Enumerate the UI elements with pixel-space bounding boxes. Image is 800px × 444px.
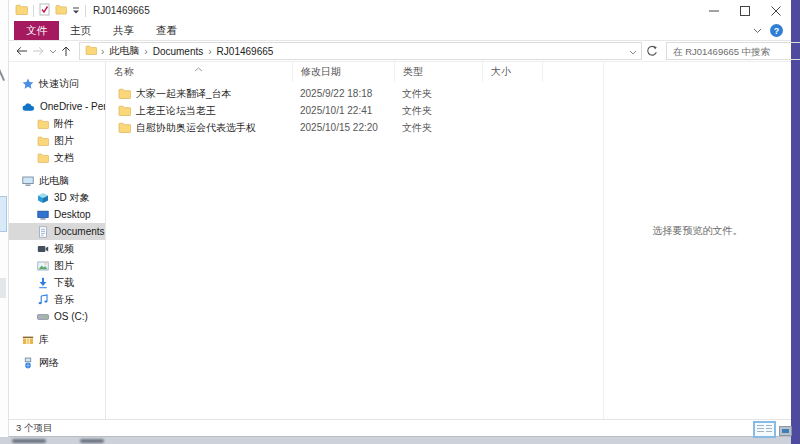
file-type: 文件夹: [395, 121, 483, 135]
list-window-icon: [753, 421, 776, 438]
location-folder-icon: [85, 45, 97, 57]
minimize-button[interactable]: [698, 0, 729, 21]
explorer-app-icon: [15, 4, 28, 17]
back-icon[interactable]: [15, 46, 28, 56]
folder-icon: [37, 136, 49, 146]
file-row[interactable]: 自慰协助奥运会代表选手权 2025/10/15 22:20 文件夹: [106, 119, 603, 136]
navigation-pane: 快速访问 OneDrive - Pers 附件 图片 文档: [9, 62, 106, 419]
separator: [33, 5, 34, 17]
sidebar-item-label: 下载: [54, 276, 74, 290]
folder-icon: [118, 122, 131, 133]
sidebar-item-music[interactable]: 音乐: [9, 291, 105, 308]
file-date: 2025/10/15 22:20: [293, 122, 395, 133]
address-dropdown-icon[interactable]: [629, 46, 637, 57]
sidebar-item-libraries[interactable]: 库: [9, 331, 105, 348]
tab-file[interactable]: 文件: [14, 21, 59, 40]
ribbon-tab-bar: 文件 主页 共享 查看 ?: [9, 21, 791, 41]
breadcrumb-documents[interactable]: Documents: [152, 46, 205, 57]
breadcrumb-separator: ›: [144, 46, 147, 57]
sidebar-item-label: Desktop: [54, 209, 91, 220]
sidebar-item-label: 附件: [54, 117, 74, 131]
sidebar-item-onedrive-documents[interactable]: 文档: [9, 149, 105, 166]
sidebar-item-network[interactable]: 网络: [9, 354, 105, 371]
folder-icon: [118, 88, 131, 99]
sidebar-item-videos[interactable]: 视频: [9, 240, 105, 257]
address-bar-row: › 此电脑 › Documents › RJ01469665: [9, 41, 791, 62]
sidebar-item-onedrive[interactable]: OneDrive - Pers: [9, 98, 105, 115]
background-window-fragment: [0, 196, 7, 232]
column-header-size[interactable]: 大小: [483, 62, 543, 82]
new-folder-icon[interactable]: [55, 4, 67, 17]
sidebar-item-quick-access[interactable]: 快速访问: [9, 75, 105, 92]
background-window-fragment: [0, 278, 6, 298]
ribbon-collapse-icon[interactable]: [753, 25, 762, 36]
network-icon: [22, 357, 34, 369]
sidebar-item-label: OneDrive - Pers: [40, 101, 106, 112]
refresh-icon[interactable]: [646, 45, 658, 57]
breadcrumb-current-folder[interactable]: RJ01469665: [216, 46, 275, 57]
file-row[interactable]: 大家一起来翻译_台本 2025/9/22 18:18 文件夹: [106, 85, 603, 102]
sidebar-item-documents[interactable]: Documents: [9, 223, 105, 240]
image-window-icon: [779, 426, 792, 436]
help-icon[interactable]: ?: [770, 24, 783, 37]
tab-view[interactable]: 查看: [145, 21, 188, 40]
sidebar-item-downloads[interactable]: 下载: [9, 274, 105, 291]
breadcrumb-this-pc[interactable]: 此电脑: [108, 44, 140, 58]
sidebar-item-desktop[interactable]: Desktop: [9, 206, 105, 223]
picture-icon: [37, 260, 49, 272]
items-count: 3 个项目: [16, 422, 52, 435]
folder-icon: [37, 153, 49, 163]
sidebar-item-pictures[interactable]: 图片: [9, 257, 105, 274]
search-input[interactable]: [667, 46, 800, 57]
sort-ascending-icon[interactable]: [194, 63, 203, 74]
close-button[interactable]: [760, 0, 791, 21]
folder-icon: [37, 119, 49, 129]
background-purple-window-edge: [791, 0, 800, 444]
tab-home[interactable]: 主页: [59, 21, 102, 40]
recent-dropdown-icon[interactable]: [49, 49, 57, 54]
background-text-fragment: [12, 439, 46, 443]
sidebar-item-onedrive-pictures[interactable]: 图片: [9, 132, 105, 149]
tab-share[interactable]: 共享: [102, 21, 145, 40]
sidebar-item-label: 音乐: [54, 293, 74, 307]
file-date: 2025/10/1 22:41: [293, 105, 395, 116]
sidebar-item-attachments[interactable]: 附件: [9, 115, 105, 132]
sidebar-item-this-pc[interactable]: 此电脑: [9, 172, 105, 189]
status-bar: 3 个项目: [9, 419, 791, 436]
properties-icon[interactable]: [39, 3, 50, 18]
file-name: 上老王论坛当老王: [136, 104, 216, 118]
folder-icon: [118, 105, 131, 116]
drive-icon: [37, 311, 49, 323]
content-area: 快速访问 OneDrive - Pers 附件 图片 文档: [9, 62, 791, 419]
file-name: 大家一起来翻译_台本: [136, 87, 232, 101]
sidebar-item-label: 图片: [54, 134, 74, 148]
sidebar-item-label: 视频: [54, 242, 74, 256]
background-taskbar-strip: [0, 437, 791, 444]
sidebar-item-label: OS (C:): [54, 311, 88, 322]
sidebar-item-3d-objects[interactable]: 3D 对象: [9, 189, 105, 206]
file-type: 文件夹: [395, 104, 483, 118]
file-explorer-window: RJ01469665 文件 主页 共享 查看: [8, 0, 791, 437]
file-date: 2025/9/22 18:18: [293, 88, 395, 99]
download-icon: [37, 277, 49, 289]
preview-pane: 选择要预览的文件。: [603, 62, 791, 419]
title-bar: RJ01469665: [9, 0, 791, 21]
window-controls: [698, 0, 791, 21]
desktop-icon: [37, 209, 49, 221]
sidebar-item-label: 库: [39, 333, 49, 347]
maximize-button[interactable]: [729, 0, 760, 21]
file-type: 文件夹: [395, 87, 483, 101]
breadcrumb-separator: ›: [101, 46, 104, 57]
sidebar-item-label: Documents: [54, 226, 105, 237]
sidebar-item-os-c-drive[interactable]: OS (C:): [9, 308, 105, 325]
file-row[interactable]: 上老王论坛当老王 2025/10/1 22:41 文件夹: [106, 102, 603, 119]
forward-icon[interactable]: [32, 46, 45, 56]
column-header-date-modified[interactable]: 修改日期: [293, 62, 395, 82]
up-icon[interactable]: [61, 45, 71, 57]
column-header-type[interactable]: 类型: [395, 62, 483, 82]
breadcrumb-separator: ›: [208, 46, 211, 57]
toolbar-dropdown-icon[interactable]: [72, 5, 80, 16]
address-bar[interactable]: › 此电脑 › Documents › RJ01469665: [79, 42, 642, 60]
sidebar-item-label: 文档: [54, 151, 74, 165]
file-rows: 大家一起来翻译_台本 2025/9/22 18:18 文件夹 上老王论坛当老王 …: [106, 82, 603, 136]
